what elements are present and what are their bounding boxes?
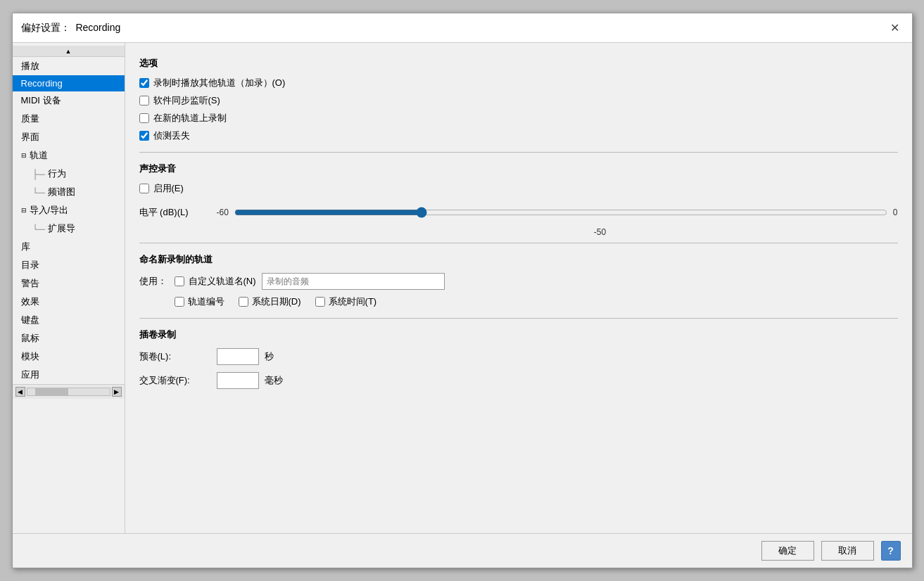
- sidebar-item-quality[interactable]: 质量: [13, 110, 125, 128]
- slider-container: -50: [234, 202, 887, 223]
- sidebar-item-warning[interactable]: 警告: [13, 274, 125, 293]
- checkbox-soft-monitor-row: 软件同步监听(S): [139, 94, 898, 107]
- divider-2: [139, 243, 898, 243]
- ok-button[interactable]: 确定: [761, 541, 814, 561]
- close-button[interactable]: ✕: [887, 20, 904, 37]
- tracks-label: 轨道: [30, 149, 48, 162]
- divider-3: [139, 318, 898, 319]
- sidebar-item-effects[interactable]: 效果: [13, 293, 125, 311]
- naming-system-date-item: 系统日期(D): [239, 295, 301, 308]
- extend-export-label: 扩展导: [48, 222, 75, 235]
- preroll-unit: 秒: [265, 350, 274, 363]
- dialog-footer: 确定 取消 ?: [13, 533, 912, 568]
- spectrogram-tree-icon: └─: [32, 187, 45, 198]
- crossfade-unit: 毫秒: [265, 374, 283, 387]
- behavior-label: 行为: [48, 167, 66, 180]
- sidebar-item-tracks[interactable]: ⊟ 轨道: [13, 146, 125, 165]
- import-export-expand-icon: ⊟: [21, 207, 27, 214]
- dialog-title: 偏好设置： Recording: [21, 22, 121, 34]
- checkbox-custom-name[interactable]: [175, 276, 184, 286]
- naming-custom-row: 自定义轨道名(N): [175, 275, 256, 288]
- checkbox-system-date[interactable]: [239, 297, 248, 307]
- naming-use-row: 使用： 自定义轨道名(N): [139, 273, 898, 290]
- checkbox-voice-enable-label: 启用(E): [153, 182, 184, 195]
- sidebar-item-mouse[interactable]: 鼠标: [13, 329, 125, 347]
- sidebar-scrollbar: ◀ ▶: [13, 384, 125, 399]
- checkbox-new-track-row: 在新的轨道上录制: [139, 112, 898, 124]
- naming-use-label: 使用：: [139, 275, 175, 288]
- slider-min-label: -60: [217, 208, 229, 217]
- sidebar-scroll-track: [27, 388, 110, 396]
- sidebar-item-apply[interactable]: 应用: [13, 366, 125, 384]
- dialog-title-section: Recording: [75, 22, 120, 33]
- slider-label: 电平 (dB)(L): [139, 206, 217, 219]
- sidebar-item-library[interactable]: 库: [13, 238, 125, 256]
- checkbox-track-number-label: 轨道编号: [188, 295, 224, 308]
- naming-extra-checkboxes: 轨道编号 系统日期(D) 系统时间(T): [175, 295, 898, 308]
- sidebar-item-recording[interactable]: Recording: [13, 75, 125, 91]
- tracks-expand-icon: ⊟: [21, 152, 27, 159]
- voice-section-title: 声控录音: [139, 162, 898, 175]
- sidebar-item-import-export[interactable]: ⊟ 导入/导出: [13, 201, 125, 219]
- import-export-label: 导入/导出: [30, 204, 69, 217]
- checkbox-system-time[interactable]: [315, 297, 325, 307]
- cancel-button[interactable]: 取消: [821, 541, 874, 561]
- spectrogram-label: 频谱图: [48, 186, 75, 198]
- dialog-title-prefix: 偏好设置：: [21, 22, 70, 33]
- checkbox-play-other[interactable]: [139, 78, 149, 88]
- preroll-row: 预卷(L): 5 秒: [139, 348, 898, 365]
- crossfade-input[interactable]: 10: [217, 372, 259, 389]
- sidebar-item-interface[interactable]: 界面: [13, 128, 125, 146]
- level-slider[interactable]: [234, 207, 887, 218]
- title-bar: 偏好设置： Recording ✕: [13, 13, 912, 43]
- punch-section-title: 插卷录制: [139, 328, 898, 341]
- checkbox-play-other-label: 录制时播放其他轨道（加录）(O): [153, 77, 286, 89]
- slider-row: 电平 (dB)(L) -60 -50 0: [139, 202, 898, 223]
- crossfade-row: 交叉渐变(F): 10 毫秒: [139, 372, 898, 389]
- checkbox-voice-enable-row: 启用(E): [139, 182, 898, 195]
- sidebar-item-modules[interactable]: 模块: [13, 347, 125, 366]
- sidebar-scroll-right[interactable]: ▶: [112, 387, 122, 397]
- naming-custom-input[interactable]: [262, 273, 445, 290]
- checkbox-new-track-label: 在新的轨道上录制: [153, 112, 227, 124]
- preroll-label: 预卷(L):: [139, 350, 217, 363]
- checkbox-detect-dropout-row: 侦测丢失: [139, 129, 898, 142]
- divider-1: [139, 152, 898, 153]
- sidebar-scroll-left[interactable]: ◀: [15, 387, 25, 397]
- naming-track-number-item: 轨道编号: [175, 295, 224, 308]
- checkbox-detect-dropout[interactable]: [139, 131, 149, 141]
- checkbox-track-number[interactable]: [175, 297, 184, 307]
- preroll-input[interactable]: 5: [217, 348, 259, 365]
- behavior-tree-icon: ├─: [32, 169, 45, 179]
- checkbox-play-other-row: 录制时播放其他轨道（加录）(O): [139, 77, 898, 89]
- checkbox-system-time-label: 系统时间(T): [329, 295, 377, 308]
- checkbox-soft-monitor-label: 软件同步监听(S): [153, 94, 220, 107]
- checkbox-detect-dropout-label: 侦测丢失: [153, 129, 190, 142]
- slider-value-label: -50: [594, 227, 606, 237]
- checkbox-system-date-label: 系统日期(D): [252, 295, 301, 308]
- content-area: 选项 录制时播放其他轨道（加录）(O) 软件同步监听(S) 在新的轨道上录制 侦…: [125, 43, 912, 533]
- sidebar-scroll-up[interactable]: ▲: [13, 46, 125, 57]
- sidebar-item-directory[interactable]: 目录: [13, 256, 125, 274]
- dialog-body: ▲ 播放 Recording MIDI 设备 质量 界面 ⊟ 轨道 ├─ 行为 …: [13, 43, 912, 533]
- sidebar-item-extend-export[interactable]: └─ 扩展导: [13, 219, 125, 238]
- checkbox-voice-enable[interactable]: [139, 184, 149, 193]
- dialog: 偏好设置： Recording ✕ ▲ 播放 Recording MIDI 设备…: [12, 13, 913, 568]
- options-section-title: 选项: [139, 57, 898, 70]
- help-button[interactable]: ?: [881, 541, 901, 561]
- crossfade-label: 交叉渐变(F):: [139, 374, 217, 387]
- naming-system-time-item: 系统时间(T): [315, 295, 377, 308]
- sidebar: ▲ 播放 Recording MIDI 设备 质量 界面 ⊟ 轨道 ├─ 行为 …: [13, 43, 125, 533]
- sidebar-scroll-thumb: [35, 388, 68, 395]
- naming-section-title: 命名新录制的轨道: [139, 253, 898, 266]
- sidebar-item-spectrogram[interactable]: └─ 频谱图: [13, 183, 125, 201]
- checkbox-soft-monitor[interactable]: [139, 96, 149, 106]
- checkbox-custom-name-label: 自定义轨道名(N): [189, 275, 256, 288]
- sidebar-item-behavior[interactable]: ├─ 行为: [13, 165, 125, 183]
- checkbox-new-track[interactable]: [139, 113, 149, 123]
- sidebar-item-midi[interactable]: MIDI 设备: [13, 91, 125, 110]
- slider-max-label: 0: [893, 208, 898, 217]
- sidebar-item-keyboard[interactable]: 键盘: [13, 311, 125, 329]
- extend-export-tree-icon: └─: [32, 224, 45, 234]
- sidebar-item-playback[interactable]: 播放: [13, 57, 125, 75]
